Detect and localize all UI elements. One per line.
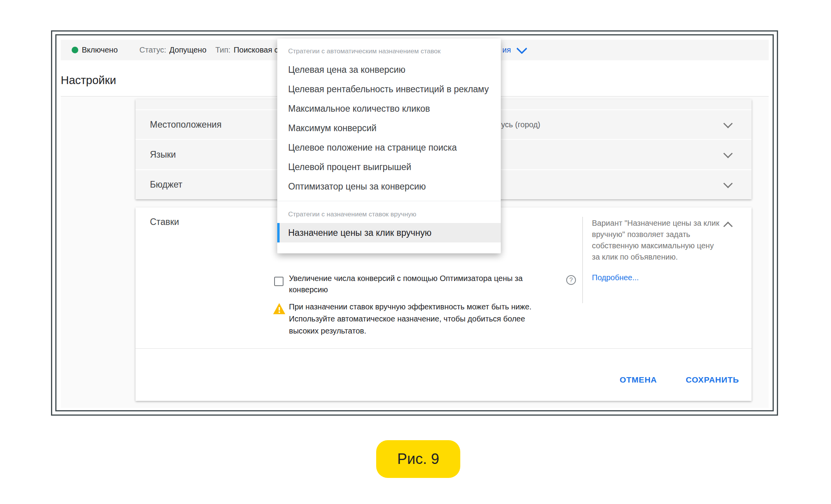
enabled-status: Включено [82, 40, 118, 60]
dropdown-item-max-conversions[interactable]: Максимум конверсий [277, 118, 501, 138]
status-label: Статус: [139, 46, 166, 54]
manual-bidding-warning-text: При назначении ставок вручную эффективно… [289, 301, 532, 337]
chevron-down-icon[interactable] [516, 43, 527, 54]
campaign-type: Тип: Поисковая с [215, 40, 278, 60]
settings-row-label: Местоположения [150, 119, 222, 130]
help-question-icon[interactable]: ? [566, 275, 576, 285]
dropdown-item-target-cpa[interactable]: Целевая цена за конверсию [277, 60, 501, 79]
dropdown-item-target-roas[interactable]: Целевая рентабельность инвестиций в рекл… [277, 79, 501, 99]
dropdown-item-ecpc[interactable]: Оптимизатор цены за конверсию [277, 177, 501, 196]
bids-section-label: Ставки [150, 217, 179, 227]
dropdown-item-manual-cpc-selected[interactable]: Назначение цены за клик вручную [277, 223, 501, 242]
bid-strategy-dropdown: Стратегии с автоматическим назначением с… [277, 39, 501, 253]
chevron-down-icon [723, 119, 732, 128]
campaign-status: Статус: Допущено [139, 40, 206, 60]
type-label: Тип: [215, 46, 231, 54]
save-button[interactable]: СОХРАНИТЬ [681, 372, 744, 388]
enabled-status-label: Включено [82, 46, 118, 54]
details-link-fragment[interactable]: ия [502, 40, 526, 60]
chevron-down-icon [723, 149, 732, 158]
help-panel-text: Вариант "Назначение цены за клик вручную… [592, 219, 719, 261]
page-title: Настройки [61, 74, 116, 87]
figure-caption-text: Рис. 9 [397, 451, 439, 467]
status-value: Допущено [169, 46, 206, 54]
settings-row-label: Бюджет [150, 179, 182, 190]
dropdown-section-auto: Стратегии с автоматическим назначением с… [277, 44, 501, 60]
warning-icon [273, 302, 286, 315]
figure-caption-badge: Рис. 9 [376, 440, 460, 478]
learn-more-link[interactable]: Подробнее... [592, 272, 639, 283]
settings-row-label: Языки [150, 149, 176, 160]
dropdown-item-target-outranking[interactable]: Целевой процент выигрышей [277, 157, 501, 177]
enabled-status-dot-icon [72, 47, 78, 53]
type-value: Поисковая с [234, 46, 278, 54]
button-row-divider [136, 348, 752, 349]
button-row: ОТМЕНА СОХРАНИТЬ [615, 366, 744, 393]
dropdown-item-max-clicks[interactable]: Максимальное количество кликов [277, 99, 501, 118]
dropdown-item-target-search-page[interactable]: Целевое положение на странице поиска [277, 138, 501, 157]
details-link-text[interactable]: ия [502, 46, 511, 54]
cancel-button[interactable]: ОТМЕНА [615, 372, 662, 388]
chevron-down-icon [723, 179, 732, 188]
chevron-up-icon[interactable] [723, 221, 732, 231]
help-panel-divider [582, 217, 583, 303]
ecpc-checkbox[interactable] [274, 277, 283, 286]
settings-row-value: усь (город) [501, 120, 541, 129]
dropdown-section-manual: Стратегии с назначением ставок вручную [277, 201, 501, 223]
ecpc-checkbox-label[interactable]: Увеличение числа конверсий с помощью Опт… [289, 273, 538, 295]
help-panel: Вариант "Назначение цены за клик вручную… [592, 218, 722, 283]
